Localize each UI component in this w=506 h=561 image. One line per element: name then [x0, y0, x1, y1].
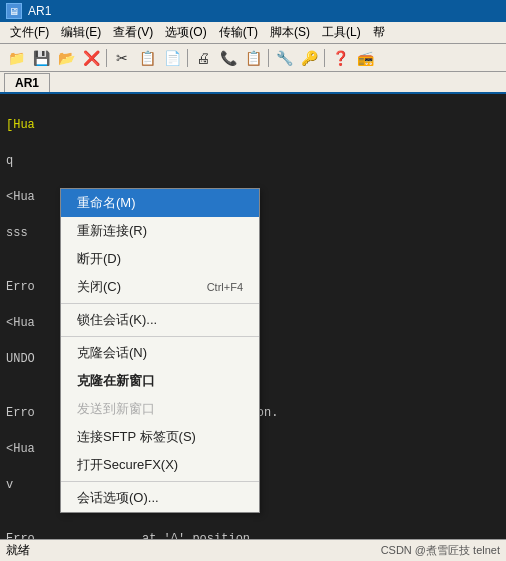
toolbar: 📁 💾 📂 ❌ ✂ 📋 📄 🖨 📞 📋 🔧 🔑 ❓ 📻 — [0, 44, 506, 72]
toolbar-help[interactable]: ❓ — [328, 47, 352, 69]
menu-file[interactable]: 文件(F) — [4, 22, 55, 43]
menu-view[interactable]: 查看(V) — [107, 22, 159, 43]
content-area: [Hua q <Hua sss Erro at '^' position. <H… — [0, 94, 506, 539]
ctx-clone-window[interactable]: 克隆在新窗口 — [61, 367, 259, 395]
app-window: 🖥 AR1 文件(F) 编辑(E) 查看(V) 选项(O) 传输(T) 脚本(S… — [0, 0, 506, 561]
context-menu: 重命名(M) 重新连接(R) 断开(D) 关闭(C) Ctrl+F4 锁住会话(… — [60, 188, 260, 513]
terminal-line-1: [Hua — [6, 116, 500, 134]
ctx-clone[interactable]: 克隆会话(N) — [61, 339, 259, 367]
ctx-send-window: 发送到新窗口 — [61, 395, 259, 423]
menu-options[interactable]: 选项(O) — [159, 22, 212, 43]
toolbar-cut[interactable]: ✂ — [110, 47, 134, 69]
toolbar-screen[interactable]: 📻 — [353, 47, 377, 69]
toolbar-new[interactable]: 📁 — [4, 47, 28, 69]
toolbar-sep-1 — [106, 49, 107, 67]
ctx-session-options-label: 会话选项(O)... — [77, 489, 159, 507]
status-text: 就绪 — [6, 542, 30, 559]
toolbar-print[interactable]: 🖨 — [191, 47, 215, 69]
ctx-reconnect[interactable]: 重新连接(R) — [61, 217, 259, 245]
ctx-lock-label: 锁住会话(K)... — [77, 311, 157, 329]
menu-script[interactable]: 脚本(S) — [264, 22, 316, 43]
menu-transfer[interactable]: 传输(T) — [213, 22, 264, 43]
toolbar-options[interactable]: 📋 — [241, 47, 265, 69]
menu-tools[interactable]: 工具(L) — [316, 22, 367, 43]
ctx-sep-1 — [61, 303, 259, 304]
ctx-securefx-label: 打开SecureFX(X) — [77, 456, 178, 474]
ctx-close[interactable]: 关闭(C) Ctrl+F4 — [61, 273, 259, 301]
toolbar-key[interactable]: 🔑 — [297, 47, 321, 69]
menu-edit[interactable]: 编辑(E) — [55, 22, 107, 43]
ctx-sftp-label: 连接SFTP 标签页(S) — [77, 428, 196, 446]
ctx-sep-3 — [61, 481, 259, 482]
status-bar: 就绪 CSDN @煮雪匠技 telnet — [0, 539, 506, 561]
toolbar-settings[interactable]: 🔧 — [272, 47, 296, 69]
toolbar-sep-3 — [268, 49, 269, 67]
toolbar-fax[interactable]: 📞 — [216, 47, 240, 69]
tab-ar1[interactable]: AR1 — [4, 73, 50, 92]
terminal-line-14: Erro at '^' position. — [6, 530, 500, 539]
title-bar: 🖥 AR1 — [0, 0, 506, 22]
toolbar-close[interactable]: ❌ — [79, 47, 103, 69]
ctx-securefx[interactable]: 打开SecureFX(X) — [61, 451, 259, 479]
ctx-disconnect-label: 断开(D) — [77, 250, 121, 268]
ctx-close-label: 关闭(C) — [77, 278, 121, 296]
ctx-clone-window-label: 克隆在新窗口 — [77, 372, 155, 390]
ctx-clone-label: 克隆会话(N) — [77, 344, 147, 362]
ctx-send-window-label: 发送到新窗口 — [77, 400, 155, 418]
terminal-line-2: q — [6, 152, 500, 170]
tab-bar: AR1 — [0, 72, 506, 94]
ctx-lock[interactable]: 锁住会话(K)... — [61, 306, 259, 334]
title-text: AR1 — [28, 4, 51, 18]
ctx-reconnect-label: 重新连接(R) — [77, 222, 147, 240]
toolbar-sep-2 — [187, 49, 188, 67]
menu-help[interactable]: 帮 — [367, 22, 391, 43]
ctx-sep-2 — [61, 336, 259, 337]
ctx-rename-label: 重命名(M) — [77, 194, 136, 212]
status-right: CSDN @煮雪匠技 telnet — [381, 543, 500, 558]
app-icon: 🖥 — [6, 3, 22, 19]
toolbar-paste[interactable]: 📄 — [160, 47, 184, 69]
ctx-session-options[interactable]: 会话选项(O)... — [61, 484, 259, 512]
ctx-disconnect[interactable]: 断开(D) — [61, 245, 259, 273]
toolbar-copy[interactable]: 📋 — [135, 47, 159, 69]
ctx-rename[interactable]: 重命名(M) — [61, 189, 259, 217]
toolbar-sep-4 — [324, 49, 325, 67]
toolbar-open[interactable]: 💾 — [29, 47, 53, 69]
toolbar-save[interactable]: 📂 — [54, 47, 78, 69]
menu-bar: 文件(F) 编辑(E) 查看(V) 选项(O) 传输(T) 脚本(S) 工具(L… — [0, 22, 506, 44]
ctx-sftp[interactable]: 连接SFTP 标签页(S) — [61, 423, 259, 451]
ctx-close-shortcut: Ctrl+F4 — [207, 281, 243, 293]
